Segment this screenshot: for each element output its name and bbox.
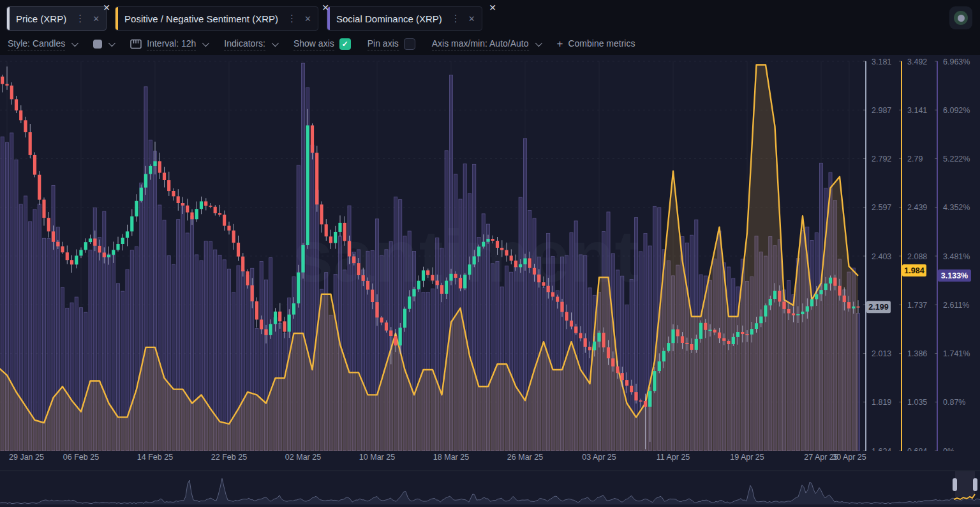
sentiment-axis-tick: 3.492 [907, 57, 927, 66]
price-axis-tick: 2.597 [872, 203, 891, 212]
pin-axis-label: Pin axis [368, 38, 399, 50]
metric-tabs: Price (XRP) Positive / Negative Sentimen… [6, 6, 482, 31]
santiment-chart-app: { "tabs": [ { "label": "Price (XRP)", "a… [0, 0, 980, 507]
dominance-axis-tick: 6.092% [943, 106, 970, 115]
x-axis-date-label: 03 Apr 25 [582, 453, 616, 462]
brush-handle-left[interactable] [953, 478, 957, 491]
tab-outer-close-icon[interactable] [320, 3, 330, 13]
combine-metrics-label: Combine metrics [568, 38, 635, 50]
tab-close-icon[interactable] [93, 14, 100, 24]
tab-outer-close-icon[interactable] [487, 3, 498, 13]
x-axis-date-label: 29 Jan 25 [9, 453, 44, 462]
axis-maxmin-dropdown[interactable]: Axis max/min: Auto/Auto [432, 38, 540, 50]
svg-text:1.984: 1.984 [904, 266, 924, 275]
chart-svg: santiment3.1812.9872.7922.5972.4032.0131… [0, 55, 980, 451]
show-axis-checkbox[interactable] [339, 38, 351, 50]
dominance-axis-tick: 4.352% [943, 203, 970, 212]
tab-menu-icon[interactable] [287, 13, 297, 24]
indicators-label: Indicators: [224, 38, 265, 50]
x-axis-date-row: 29 Jan 2506 Feb 2514 Feb 2522 Feb 2502 M… [0, 451, 980, 466]
tab-close-icon[interactable] [468, 14, 475, 24]
price-axis-tick: 3.181 [872, 57, 891, 66]
x-axis-date-label: 11 Apr 25 [657, 453, 690, 462]
tab-sentiment[interactable]: Positive / Negative Sentiment (XRP) [115, 6, 318, 31]
tab-accent-sentiment [115, 7, 118, 30]
sentiment-axis-tick: 2.79 [907, 155, 923, 163]
x-axis-date-label: 26 Mar 25 [507, 453, 543, 462]
chevron-down-icon [71, 40, 78, 47]
main-chart-canvas[interactable]: santiment3.1812.9872.7922.5972.4032.0131… [0, 55, 980, 451]
brush-handle-right[interactable] [973, 478, 977, 491]
price-axis-tick: 2.403 [872, 252, 891, 261]
chevron-down-icon [535, 40, 542, 47]
color-swatch [93, 40, 102, 49]
price-axis-tick: 2.987 [872, 106, 891, 115]
chevron-down-icon [202, 40, 209, 47]
interval-dropdown[interactable]: Interval: 12h [130, 38, 207, 50]
interval-icon [130, 39, 142, 49]
price-axis-tick: 1.819 [872, 398, 891, 407]
tab-accent-price [7, 7, 10, 30]
sentiment-axis-tick: 1.737 [907, 301, 927, 310]
pin-axis-checkbox[interactable] [404, 38, 415, 50]
dominance-axis-tick: 0.87% [943, 398, 965, 407]
show-axis-label: Show axis [293, 38, 334, 50]
pin-axis-toggle[interactable]: Pin axis [368, 38, 415, 50]
sentiment-axis-tick: 2.088 [907, 252, 927, 261]
screenshot-record-button[interactable] [949, 6, 972, 29]
x-axis-date-label: 14 Feb 25 [137, 453, 173, 462]
minimap-area [0, 478, 980, 504]
range-selector-minimap[interactable] [0, 470, 980, 507]
dominance-axis-tick: 3.481% [943, 252, 970, 261]
style-label: Style: Candles [8, 38, 65, 50]
record-icon [954, 11, 968, 25]
x-axis-date-label: 06 Feb 25 [63, 453, 99, 462]
chevron-down-icon [272, 40, 279, 47]
tab-social-dominance[interactable]: Social Dominance (XRP) [327, 6, 482, 31]
color-swatch-dropdown[interactable] [93, 40, 114, 49]
plus-icon [557, 38, 563, 50]
sentiment-axis-tick: 3.141 [907, 106, 927, 115]
price-axis-tick: 2.013 [872, 349, 891, 358]
tab-sentiment-label: Positive / Negative Sentiment (XRP) [124, 13, 278, 24]
tab-menu-icon[interactable] [451, 13, 461, 24]
tab-outer-close-icon[interactable] [101, 3, 112, 13]
brush-selection[interactable] [955, 471, 975, 497]
x-axis-date-label: 30 Apr 25 [832, 453, 866, 462]
axis-maxmin-label: Axis max/min: Auto/Auto [432, 38, 529, 50]
dominance-axis-tick: 5.222% [943, 155, 970, 163]
combine-metrics-button[interactable]: Combine metrics [557, 38, 635, 50]
svg-text:2.199: 2.199 [868, 303, 888, 312]
x-axis-date-label: 18 Mar 25 [433, 453, 469, 462]
dominance-axis-tick: 2.611% [943, 301, 969, 310]
minimap-svg [0, 470, 980, 507]
top-bar: Price (XRP) Positive / Negative Sentimen… [0, 0, 980, 55]
tab-price[interactable]: Price (XRP) [6, 6, 107, 31]
x-axis-date-label: 10 Mar 25 [359, 453, 395, 462]
interval-label: Interval: 12h [147, 38, 196, 50]
show-axis-toggle[interactable]: Show axis [293, 38, 351, 50]
sentiment-axis-tick: 1.035 [907, 398, 927, 407]
style-dropdown[interactable]: Style: Candles [8, 38, 77, 50]
svg-text:3.133%: 3.133% [941, 271, 968, 280]
sentiment-axis-tick: 2.439 [907, 203, 927, 212]
dominance-axis-tick: 1.741% [943, 349, 970, 358]
minimap-line [0, 478, 980, 503]
tab-price-label: Price (XRP) [16, 13, 66, 24]
dominance-axis-tick: 6.963% [943, 57, 970, 66]
sentiment-axis-tick: 1.386 [907, 349, 927, 358]
x-axis-date-label: 19 Apr 25 [730, 453, 764, 462]
chart-toolbar: Style: Candles Interval: 12h Indicators:… [8, 33, 635, 55]
tab-close-icon[interactable] [304, 14, 311, 24]
x-axis-date-label: 02 Mar 25 [285, 453, 321, 462]
chevron-down-icon [108, 40, 115, 47]
indicators-dropdown[interactable]: Indicators: [224, 38, 277, 50]
tab-menu-icon[interactable] [75, 13, 85, 24]
x-axis-date-label: 22 Feb 25 [211, 453, 247, 462]
price-axis-tick: 2.792 [872, 155, 891, 163]
tab-dominance-label: Social Dominance (XRP) [336, 13, 442, 24]
